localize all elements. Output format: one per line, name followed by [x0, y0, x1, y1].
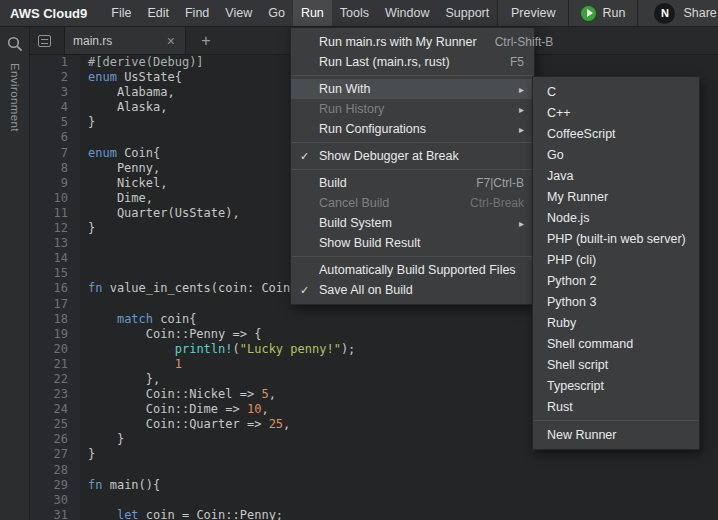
code-text[interactable]: 1 — [80, 357, 182, 372]
code-text[interactable]: match coin{ — [80, 312, 196, 327]
menu-item-my-runner[interactable]: My Runner — [533, 186, 699, 207]
line-number[interactable]: 8 — [30, 161, 80, 176]
share-button[interactable]: Share — [683, 6, 716, 20]
menu-item-coffeescript[interactable]: CoffeeScript — [533, 123, 699, 144]
line-number[interactable]: 20 — [30, 342, 80, 357]
menubar-item-support[interactable]: Support — [437, 0, 497, 26]
code-text[interactable]: } — [80, 432, 124, 447]
menu-item-show-debugger-at-break[interactable]: ✓Show Debugger at Break — [291, 146, 534, 166]
line-number[interactable]: 10 — [30, 191, 80, 206]
code-text[interactable] — [80, 251, 88, 266]
menubar-item-find[interactable]: Find — [177, 0, 217, 26]
code-text[interactable]: fn main(){ — [80, 478, 160, 493]
line-number[interactable]: 18 — [30, 312, 80, 327]
code-text[interactable]: enum Coin{ — [80, 146, 160, 161]
code-text[interactable]: } — [80, 115, 95, 130]
menu-item-show-build-result[interactable]: Show Build Result — [291, 233, 534, 253]
close-icon[interactable]: × — [165, 34, 177, 48]
line-number[interactable]: 31 — [30, 508, 80, 520]
line-number[interactable]: 29 — [30, 478, 80, 493]
tab-main-rs[interactable]: main.rs × — [64, 27, 186, 54]
menu-item-java[interactable]: Java — [533, 165, 699, 186]
menu-item-run-configurations[interactable]: Run Configurations▸ — [291, 119, 534, 139]
line-number[interactable]: 23 — [30, 387, 80, 402]
code-text[interactable]: let coin = Coin::Penny; — [80, 508, 283, 520]
code-text[interactable] — [80, 493, 88, 508]
line-number[interactable]: 9 — [30, 176, 80, 191]
menu-item-go[interactable]: Go — [533, 144, 699, 165]
code-text[interactable] — [80, 297, 88, 312]
line-number[interactable]: 4 — [30, 100, 80, 115]
menubar-item-tools[interactable]: Tools — [332, 0, 377, 26]
code-text[interactable]: Coin::Quarter => 25, — [80, 417, 290, 432]
menu-item-cancel-build[interactable]: Cancel BuildCtrl-Break — [291, 193, 534, 213]
menu-item-run-main-rs-with-my-runner[interactable]: Run main.rs with My RunnerCtrl-Shift-B — [291, 32, 534, 52]
line-number[interactable]: 28 — [30, 463, 80, 478]
menu-item-node-js[interactable]: Node.js — [533, 207, 699, 228]
code-text[interactable]: Nickel, — [80, 176, 167, 191]
line-number[interactable]: 3 — [30, 85, 80, 100]
menu-item-ruby[interactable]: Ruby — [533, 312, 699, 333]
code-text[interactable]: } — [80, 221, 95, 236]
tab-list-button[interactable] — [30, 27, 58, 54]
line-number[interactable]: 12 — [30, 221, 80, 236]
line-number[interactable]: 15 — [30, 266, 80, 281]
code-text[interactable] — [80, 266, 88, 281]
code-text[interactable]: Coin::Dime => 10, — [80, 402, 269, 417]
line-number[interactable]: 13 — [30, 236, 80, 251]
run-button[interactable]: Run — [569, 0, 638, 26]
menubar-item-edit[interactable]: Edit — [139, 0, 177, 26]
menubar-item-go[interactable]: Go — [260, 0, 293, 26]
line-number[interactable]: 16 — [30, 281, 80, 296]
menu-item-build[interactable]: BuildF7|Ctrl-B — [291, 173, 534, 193]
menu-item-build-system[interactable]: Build System▸ — [291, 213, 534, 233]
menubar-item-file[interactable]: File — [103, 0, 139, 26]
line-number[interactable]: 27 — [30, 447, 80, 462]
code-text[interactable]: Dime, — [80, 191, 153, 206]
menu-item-run-with[interactable]: Run With▸ — [291, 79, 534, 99]
preview-button[interactable]: Preview — [498, 0, 569, 26]
menu-item-shell-script[interactable]: Shell script — [533, 354, 699, 375]
line-number[interactable]: 22 — [30, 372, 80, 387]
menu-item-typescript[interactable]: Typescript — [533, 375, 699, 396]
line-number[interactable]: 30 — [30, 493, 80, 508]
menubar-item-run[interactable]: Run — [293, 0, 332, 26]
menubar-item-window[interactable]: Window — [377, 0, 437, 26]
code-text[interactable]: Coin::Penny => { — [80, 327, 261, 342]
menu-item-new-runner[interactable]: New Runner — [533, 424, 699, 445]
line-number[interactable]: 26 — [30, 432, 80, 447]
line-number[interactable]: 7 — [30, 146, 80, 161]
code-text[interactable]: Penny, — [80, 161, 160, 176]
line-number[interactable]: 24 — [30, 402, 80, 417]
code-text[interactable]: }, — [80, 372, 160, 387]
code-text[interactable]: Quarter(UsState), — [80, 206, 240, 221]
menu-item-php-cli[interactable]: PHP (cli) — [533, 249, 699, 270]
menu-item-automatically-build-supported-files[interactable]: Automatically Build Supported Files — [291, 260, 534, 280]
code-text[interactable] — [80, 463, 88, 478]
app-brand[interactable]: AWS Cloud9 — [0, 0, 97, 26]
menu-item-run-last-main-rs-rust[interactable]: Run Last (main.rs, rust)F5 — [291, 52, 534, 72]
code-text[interactable] — [80, 130, 88, 145]
menu-item-python-2[interactable]: Python 2 — [533, 270, 699, 291]
code-text[interactable]: Coin::Nickel => 5, — [80, 387, 276, 402]
line-number[interactable]: 17 — [30, 297, 80, 312]
avatar[interactable]: N — [654, 3, 675, 24]
code-text[interactable]: Alaska, — [80, 100, 167, 115]
menu-item-c[interactable]: C++ — [533, 102, 699, 123]
code-text[interactable]: } — [80, 447, 95, 462]
menu-item-c[interactable]: C — [533, 81, 699, 102]
code-text[interactable]: println!("Lucky penny!"); — [80, 342, 355, 357]
code-text[interactable]: enum UsState{ — [80, 70, 182, 85]
line-number[interactable]: 1 — [30, 55, 80, 70]
environment-panel-tab[interactable]: Environment — [9, 63, 21, 132]
line-number[interactable]: 6 — [30, 130, 80, 145]
menu-item-php-built-in-web-server[interactable]: PHP (built-in web server) — [533, 228, 699, 249]
menubar-item-view[interactable]: View — [217, 0, 260, 26]
menu-item-rust[interactable]: Rust — [533, 396, 699, 417]
code-text[interactable]: #[derive(Debug)] — [80, 55, 204, 70]
line-number[interactable]: 2 — [30, 70, 80, 85]
line-number[interactable]: 14 — [30, 251, 80, 266]
search-icon[interactable] — [6, 35, 24, 53]
menu-item-save-all-on-build[interactable]: ✓Save All on Build — [291, 280, 534, 300]
menu-item-run-history[interactable]: Run History▸ — [291, 99, 534, 119]
